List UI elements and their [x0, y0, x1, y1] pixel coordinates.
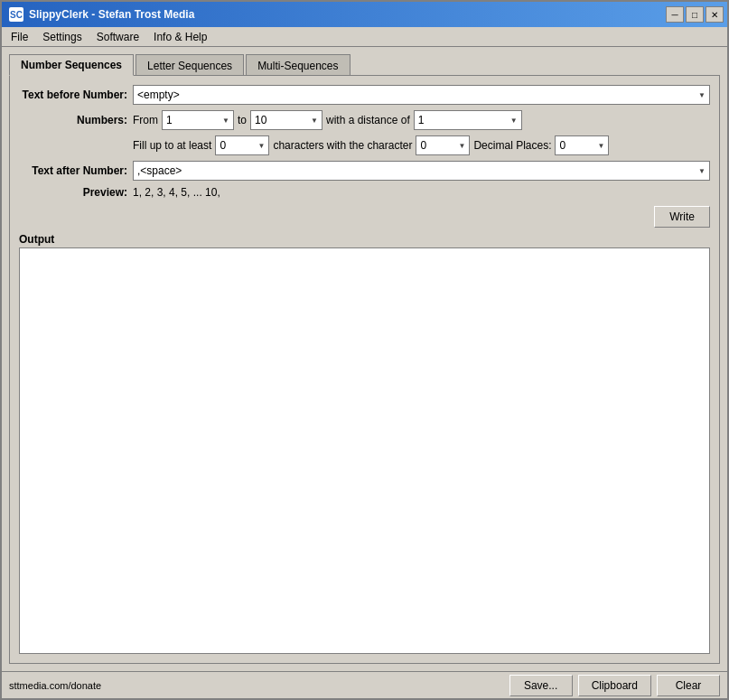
numbers-label: Numbers: [19, 114, 127, 126]
menu-info-help[interactable]: Info & Help [146, 27, 214, 46]
text-after-number-row: Text after Number: ,<space> ▼ [19, 161, 710, 181]
menu-file[interactable]: File [4, 27, 35, 46]
fill-arrow: ▼ [257, 142, 265, 150]
minimize-button[interactable]: ─ [666, 6, 684, 23]
decimal-arrow: ▼ [598, 142, 605, 150]
decimal-label: Decimal Places: [473, 139, 551, 152]
write-button[interactable]: Write [654, 206, 710, 228]
to-label: to [238, 114, 247, 126]
to-arrow: ▼ [311, 117, 318, 125]
donate-link[interactable]: sttmedia.com/donate [9, 680, 101, 691]
text-before-number-label: Text before Number: [19, 89, 127, 101]
title-bar-left: SC SlippyClerk - Stefan Trost Media [9, 7, 194, 22]
close-button[interactable]: ✕ [706, 6, 724, 23]
from-dropdown[interactable]: 1 ▼ [162, 110, 234, 130]
menu-bar: File Settings Software Info & Help [2, 27, 727, 47]
status-buttons: Save... Clipboard Clear [509, 675, 720, 696]
char-dropdown[interactable]: 0 ▼ [416, 135, 470, 155]
menu-settings[interactable]: Settings [35, 27, 89, 46]
to-dropdown[interactable]: 10 ▼ [250, 110, 322, 130]
text-after-number-label: Text after Number: [19, 164, 127, 177]
preview-label: Preview: [19, 186, 127, 199]
text-after-number-arrow: ▼ [698, 167, 706, 175]
preview-row: Preview: 1, 2, 3, 4, 5, ... 10, [19, 186, 710, 199]
fill-row: Fill up to at least 0 ▼ characters with … [133, 135, 710, 155]
fill-dropdown[interactable]: 0 ▼ [215, 135, 269, 155]
preview-text: 1, 2, 3, 4, 5, ... 10, [133, 186, 220, 199]
output-area[interactable] [19, 247, 710, 654]
clipboard-button[interactable]: Clipboard [578, 675, 651, 696]
maximize-button[interactable]: □ [686, 6, 704, 23]
text-before-number-row: Text before Number: <empty> ▼ [19, 85, 710, 105]
text-before-number-input[interactable]: <empty> ▼ [133, 85, 710, 105]
output-section: Output [19, 233, 710, 654]
char-arrow: ▼ [459, 142, 466, 150]
numbers-row: Numbers: From 1 ▼ to 10 ▼ with a distanc… [19, 110, 710, 130]
text-after-number-input[interactable]: ,<space> ▼ [133, 161, 710, 181]
tab-number-sequences[interactable]: Number Sequences [9, 54, 134, 76]
tab-bar: Number Sequences Letter Sequences Multi-… [9, 54, 720, 76]
tab-multi-sequences[interactable]: Multi-Sequences [246, 54, 350, 76]
output-label: Output [19, 233, 710, 246]
text-before-number-arrow: ▼ [698, 91, 706, 99]
numbers-controls: From 1 ▼ to 10 ▼ with a distance of 1 ▼ [133, 110, 522, 130]
write-row: Write [19, 206, 710, 228]
main-window: SC SlippyClerk - Stefan Trost Media ─ □ … [0, 0, 729, 700]
save-button[interactable]: Save... [509, 675, 573, 696]
tab-letter-sequences[interactable]: Letter Sequences [136, 54, 244, 76]
app-icon: SC [9, 7, 23, 22]
status-bar: sttmedia.com/donate Save... Clipboard Cl… [2, 671, 727, 698]
menu-software[interactable]: Software [89, 27, 146, 46]
decimal-dropdown[interactable]: 0 ▼ [555, 135, 609, 155]
title-bar: SC SlippyClerk - Stefan Trost Media ─ □ … [2, 2, 727, 27]
characters-label: characters with the character [273, 139, 412, 152]
from-label: From [133, 114, 158, 126]
tab-panel: Text before Number: <empty> ▼ Numbers: F… [9, 75, 720, 664]
title-bar-controls: ─ □ ✕ [666, 6, 724, 23]
from-arrow: ▼ [222, 117, 229, 125]
content-area: Number Sequences Letter Sequences Multi-… [2, 47, 727, 671]
distance-label: with a distance of [326, 114, 410, 126]
window-title: SlippyClerk - Stefan Trost Media [29, 8, 194, 21]
fill-label: Fill up to at least [133, 139, 211, 152]
clear-button[interactable]: Clear [657, 675, 720, 696]
distance-dropdown[interactable]: 1 ▼ [414, 110, 522, 130]
distance-arrow: ▼ [510, 117, 518, 125]
